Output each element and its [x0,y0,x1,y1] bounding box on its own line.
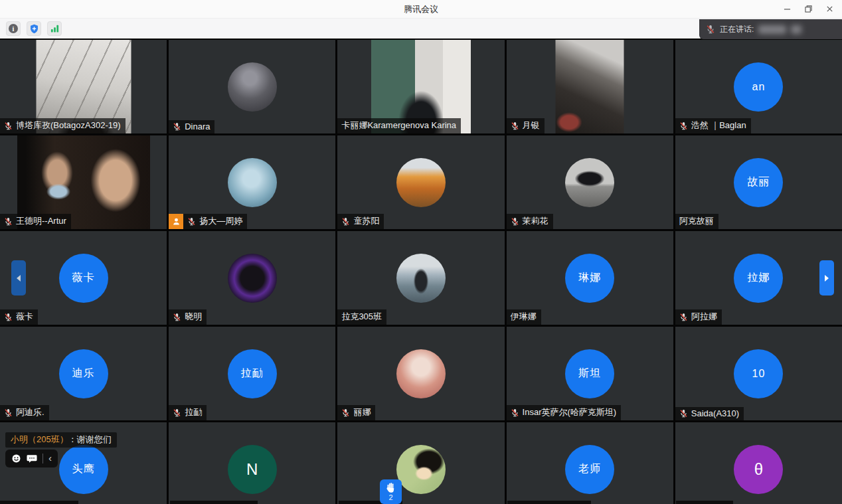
avatar-initials: 头鹰 [59,445,108,494]
meeting-info-button[interactable]: i [6,21,21,36]
tile-adile[interactable]: 迪乐 阿迪乐. [0,327,167,420]
raised-hand-badge[interactable]: 2 [380,479,402,504]
mic-muted-icon [4,122,13,130]
mic-muted-icon [511,217,519,226]
chat-separator: ： [68,434,77,444]
restore-button[interactable] [800,2,817,17]
previous-page-button[interactable] [11,260,26,295]
meeting-security-button[interactable] [27,21,41,36]
info-icon: i [9,24,18,33]
avatar-photo [396,445,446,494]
participant-name: 博塔库孜(BotagozA302-19) [16,120,121,131]
avatar-photo [396,254,446,303]
tile-xiaoming[interactable]: 晓明 [169,231,335,325]
tile-alana[interactable]: 拉娜 阿拉娜 [675,231,842,325]
chat-message-overlay: 小明（205班）：谢谢您们 [5,432,117,448]
tile-lake305[interactable]: 拉克305班 [337,231,504,325]
mic-muted-icon [173,408,181,417]
mic-muted-icon [187,217,196,226]
tile-lina[interactable]: 丽娜 [337,327,504,420]
tile-baglan[interactable]: an 浩然 ｜Baglan [675,40,842,133]
mic-muted-icon [4,313,13,321]
tile-karina[interactable]: 卡丽娜Karamergenova Karina [337,40,504,133]
participant-name-label: 浩然 ｜Baglan [675,118,751,133]
window-title: 腾讯会议 [404,3,438,15]
minimize-button[interactable] [778,2,796,17]
avatar-initials: 10 [734,349,783,398]
participant-name: 扬大—周婷 [199,215,242,227]
participant-name: 童苏阳 [353,215,379,227]
tile-molihua[interactable]: 茉莉花 [507,135,673,229]
participant-name: 卡丽娜Karamergenova Karina [341,120,456,131]
mic-muted-icon [511,408,519,417]
participant-name-label: Dinara [169,120,214,133]
avatar-photo [228,158,277,207]
participant-name-label: 童苏阳 [337,214,384,229]
participant-name-label: 晓明 [169,309,207,325]
avatar-initials: 薇卡 [59,254,108,303]
close-button[interactable] [821,2,838,17]
tile-lamian[interactable]: 拉勔 拉勔 [169,327,335,420]
participant-name: 王德明--Artur [16,215,66,227]
tile-zhouting[interactable]: 扬大—周婷 [169,135,335,229]
tile-saida[interactable]: 10 Saida(A310) [675,327,842,420]
raised-hand-icon [386,482,396,493]
mic-muted-icon [4,408,13,417]
clipped-name-label [0,501,78,504]
avatar-photo [228,254,277,303]
participant-name: Insar英萨尔(哈萨克斯坦) [523,406,617,418]
tile-cartoon[interactable] [337,422,504,504]
avatar-initials: 琳娜 [565,254,614,303]
tile-yueyin[interactable]: 月银 [507,40,673,133]
blurred-speaker-names [791,25,801,34]
mic-muted-icon [173,313,181,321]
signal-bars-icon [50,24,60,33]
person-icon [172,217,181,226]
avatar-initials: N [228,445,277,494]
participant-name-label: 卡丽娜Karamergenova Karina [337,118,461,133]
participant-name-label: 拉勔 [169,405,207,420]
participant-name-label: 茉莉花 [507,214,553,229]
collapse-chat-button[interactable]: ‹ [48,453,52,464]
avatar-initials: θ [734,445,783,494]
participant-name: Dinara [185,122,210,131]
video-feed [556,40,624,133]
participant-name: 浩然 ｜Baglan [691,120,746,131]
mic-muted-icon [173,122,181,131]
shield-icon [29,24,39,34]
chat-button[interactable] [27,454,37,463]
avatar-initials: 拉勔 [228,349,277,398]
participant-name-label: 扬大—周婷 [169,214,247,229]
avatar-initials: 老师 [565,445,614,494]
now-speaking-panel: 正在讲话: [699,19,842,39]
emoji-button[interactable] [11,454,21,463]
chat-bubble-icon [27,454,37,463]
chevron-left-icon [17,275,21,282]
participant-name: 茉莉花 [523,215,548,227]
clipped-name-label [170,501,258,504]
blurred-speaker-names [758,25,786,34]
tile-artur[interactable]: 王德明--Artur [0,135,167,229]
participant-name-label: 月银 [507,118,545,133]
participant-name: 伊琳娜 [511,311,537,323]
tile-akeguli[interactable]: 故丽 阿克故丽 [675,135,842,229]
participant-name: 晓明 [185,311,202,323]
tile-n[interactable]: N [169,422,335,504]
next-page-button[interactable] [819,260,834,295]
tile-botagoz[interactable]: 博塔库孜(BotagozA302-19) [0,40,167,133]
smiley-icon [11,454,21,463]
participant-name-label: 博塔库孜(BotagozA302-19) [0,118,126,133]
participant-name-label: 阿拉娜 [675,309,722,325]
tile-laoshi[interactable]: 老师 [507,422,673,504]
tile-yilinna[interactable]: 琳娜 伊琳娜 [507,231,673,325]
tile-theta[interactable]: θ [675,422,842,504]
tile-insar[interactable]: 斯坦 Insar英萨尔(哈萨克斯坦) [507,327,673,420]
participant-name-label: 丽娜 [337,405,375,420]
tile-tongsuyang[interactable]: 童苏阳 [337,135,504,229]
mic-muted-icon [511,122,519,130]
participant-name: 阿拉娜 [691,311,717,323]
network-quality-button[interactable] [47,21,62,36]
tencent-meeting-window: { "window": { "title": "腾讯会议", "controls… [0,0,842,504]
tile-dinara[interactable]: Dinara [169,40,335,133]
window-controls [778,0,838,18]
